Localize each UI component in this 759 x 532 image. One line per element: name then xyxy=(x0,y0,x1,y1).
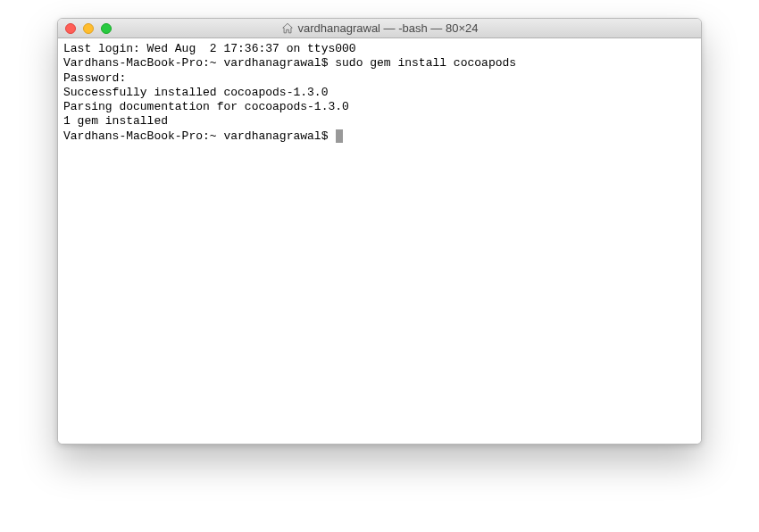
minimize-button[interactable] xyxy=(83,23,94,34)
window-title: vardhanagrawal — -bash — 80×24 xyxy=(58,21,701,35)
terminal-output-line: Vardhans-MacBook-Pro:~ vardhanagrawal$ s… xyxy=(63,56,696,71)
terminal-output-line: Parsing documentation for cocoapods-1.3.… xyxy=(63,100,696,114)
home-icon xyxy=(281,22,294,35)
terminal-prompt-line: Vardhans-MacBook-Pro:~ vardhanagrawal$ xyxy=(63,129,696,144)
title-bar[interactable]: vardhanagrawal — -bash — 80×24 xyxy=(58,19,701,38)
terminal-prompt: Vardhans-MacBook-Pro:~ vardhanagrawal$ xyxy=(63,129,335,144)
cursor xyxy=(336,129,343,143)
terminal-body[interactable]: Last login: Wed Aug 2 17:36:37 on ttys00… xyxy=(58,38,701,444)
window-title-text: vardhanagrawal — -bash — 80×24 xyxy=(298,21,479,35)
terminal-output-line: 1 gem installed xyxy=(63,114,696,129)
terminal-output-line: Last login: Wed Aug 2 17:36:37 on ttys00… xyxy=(63,42,696,56)
close-button[interactable] xyxy=(65,23,76,34)
traffic-lights xyxy=(65,23,112,34)
terminal-output-line: Successfully installed cocoapods-1.3.0 xyxy=(63,86,696,100)
terminal-window: vardhanagrawal — -bash — 80×24 Last logi… xyxy=(57,18,702,445)
terminal-output-line: Password: xyxy=(63,71,696,86)
maximize-button[interactable] xyxy=(101,23,112,34)
